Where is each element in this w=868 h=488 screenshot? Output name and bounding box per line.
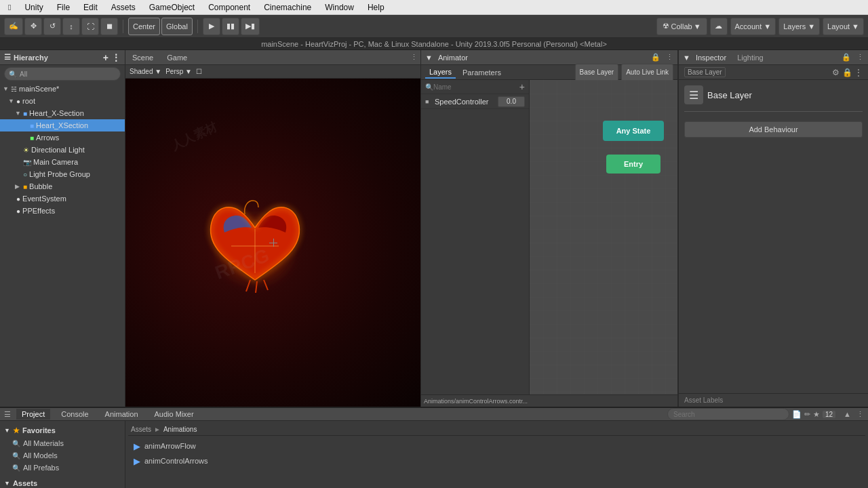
menu-assets[interactable]: Assets	[108, 3, 138, 12]
tree-label: mainScene*	[19, 85, 59, 93]
space-global-btn[interactable]: Global	[161, 18, 193, 35]
inspector-icons: ⚙ 🔒 ⋮	[832, 68, 863, 77]
tree-arrows[interactable]: ■ Arrows	[0, 131, 125, 144]
assets-header[interactable]: ▼ Assets	[0, 476, 125, 488]
inspector-lock[interactable]: 🔒	[842, 53, 851, 62]
tab-scene[interactable]: Scene	[128, 52, 157, 63]
param-search-input[interactable]	[433, 83, 488, 91]
menu-component[interactable]: Component	[205, 3, 253, 12]
scene-mode[interactable]: ☐	[196, 68, 202, 75]
project-icon2[interactable]: ✏	[804, 410, 810, 419]
tree-heart-xsection[interactable]: ■ Heart_XSection	[0, 119, 125, 131]
tree-bubble[interactable]: ▶ ■ Bubble	[0, 180, 125, 192]
account-dropdown[interactable]: Account ▼	[730, 18, 776, 35]
item-all-materials[interactable]: 🔍 All Materials	[0, 437, 125, 449]
pivot-center-btn[interactable]: Center	[128, 18, 160, 35]
file-anim-control-arrows[interactable]: ▶ animControlArrows	[128, 453, 865, 468]
menu-cinemachine[interactable]: Cinemachine	[261, 3, 314, 12]
inspector-menu[interactable]: ⋮	[856, 53, 864, 62]
animator-graph[interactable]: Any State Entry	[530, 80, 677, 394]
tab-audio-mixer[interactable]: Audio Mixer	[149, 409, 199, 420]
animator-footer: Animations/animControlArrows.contr...	[421, 394, 677, 407]
tree-main-camera[interactable]: 📷 Main Camera	[0, 156, 125, 168]
apple-menu[interactable]: 	[5, 3, 14, 12]
inspector-title-label[interactable]: Inspector	[696, 54, 726, 62]
layers-arrow: ▼	[808, 22, 815, 30]
tree-ppeffects[interactable]: ● PPEffects	[0, 205, 125, 217]
search-icon: 🔍	[425, 83, 433, 91]
add-param-btn[interactable]: +	[519, 81, 525, 92]
project-icon1[interactable]: 📄	[792, 410, 802, 419]
hierarchy-menu[interactable]: ⋮	[111, 52, 121, 63]
favorites-header[interactable]: ▼ ★ Favorites	[0, 424, 125, 437]
breadcrumb-assets[interactable]: Assets	[131, 426, 151, 433]
file-name: animControlArrows	[144, 457, 208, 465]
animator-content: 🔍 + ■ SpeedController	[421, 80, 677, 394]
project-search-input[interactable]	[667, 408, 789, 420]
move-tool[interactable]: ✥	[24, 18, 42, 35]
cloud-button[interactable]: ☁	[710, 18, 728, 35]
tree-directional-light[interactable]: ☀ Directional Light	[0, 144, 125, 156]
rotate-tool[interactable]: ↺	[43, 18, 61, 35]
tab-console[interactable]: Console	[56, 409, 94, 420]
prefab-icon: ■	[23, 110, 27, 117]
shading-mode[interactable]: Shaded ▼	[130, 68, 161, 75]
arrow-icon: ▼	[8, 98, 16, 104]
tab-game[interactable]: Game	[163, 52, 191, 63]
animator-menu[interactable]: ⋮	[666, 53, 673, 62]
tree-light-probe-group[interactable]: ○ Light Probe Group	[0, 168, 125, 180]
tree-mainscene[interactable]: ▼ ☵ mainScene*	[0, 83, 125, 95]
param-value-input[interactable]	[498, 96, 525, 107]
play-button[interactable]: ▶	[203, 18, 220, 35]
inspector-icon: ▼	[683, 54, 690, 62]
arrow-icon: ▼	[3, 85, 11, 92]
pause-button[interactable]: ▮▮	[222, 18, 239, 35]
autolivelink-btn[interactable]: Auto Live Link	[621, 64, 673, 81]
cursor-indicator	[269, 239, 277, 247]
collab-button[interactable]: ☢ Collab ▼	[656, 18, 707, 35]
param-name: SpeedController	[435, 98, 498, 106]
menu-help[interactable]: Help	[365, 3, 387, 12]
add-behaviour-button[interactable]: Add Behaviour	[684, 121, 863, 138]
tab-icon: ☰	[4, 410, 11, 419]
step-button[interactable]: ▶▮	[241, 18, 260, 35]
breadcrumb-animations[interactable]: Animations	[163, 426, 197, 433]
menu-gameobject[interactable]: GameObject	[146, 3, 197, 12]
tab-project[interactable]: Project	[16, 409, 50, 420]
menu-unity[interactable]: Unity	[22, 3, 45, 12]
tree-label: Bubble	[29, 182, 52, 190]
baselayer-btn[interactable]: Base Layer	[575, 64, 619, 81]
rect-tool[interactable]: ⛶	[81, 18, 99, 35]
animator-lock[interactable]: 🔒	[651, 53, 660, 62]
project-sidebar: ▼ ★ Favorites 🔍 All Materials 🔍 All Mode…	[0, 421, 125, 488]
tree-root[interactable]: ▼ ● root	[0, 95, 125, 107]
tree-eventsystem[interactable]: ● EventSystem	[0, 192, 125, 205]
any-state-node[interactable]: Any State	[603, 121, 664, 141]
prefab-icon: ■	[23, 183, 27, 190]
hierarchy-add[interactable]: +	[103, 52, 108, 63]
project-icon3[interactable]: ★	[813, 410, 820, 419]
bottom-menu[interactable]: ⋮	[856, 410, 864, 419]
menu-edit[interactable]: Edit	[81, 3, 100, 12]
tab-layers[interactable]: Layers	[425, 66, 456, 79]
tab-animation[interactable]: Animation	[100, 409, 144, 420]
menu-window[interactable]: Window	[322, 3, 357, 12]
layout-dropdown[interactable]: Layout ▼	[823, 18, 864, 35]
tree-heart-x-section[interactable]: ▼ ■ Heart_X-Section	[0, 107, 125, 119]
hand-tool[interactable]: ✍	[4, 18, 23, 35]
item-all-models[interactable]: 🔍 All Models	[0, 449, 125, 462]
tab-parameters[interactable]: Parameters	[458, 67, 505, 78]
entry-state-node[interactable]: Entry	[606, 155, 660, 174]
layers-dropdown[interactable]: Layers ▼	[778, 18, 820, 35]
viewport-menu[interactable]: ⋮	[410, 53, 418, 62]
item-all-prefabs[interactable]: 🔍 All Prefabs	[0, 462, 125, 474]
menu-file[interactable]: File	[54, 3, 73, 12]
any-state-label: Any State	[616, 127, 651, 135]
scale-tool[interactable]: ↕	[62, 18, 80, 35]
persp-mode[interactable]: Persp ▼	[165, 68, 192, 75]
bottom-expand[interactable]: ▲	[844, 410, 851, 418]
inspector-lighting-tab[interactable]: Lighting	[737, 54, 764, 62]
transform-tool[interactable]: ◼	[100, 18, 118, 35]
title-bar: mainScene - HeartVizProj - PC, Mac & Lin…	[0, 38, 868, 50]
file-anim-arrow-flow[interactable]: ▶ animArrowFlow	[128, 439, 865, 453]
